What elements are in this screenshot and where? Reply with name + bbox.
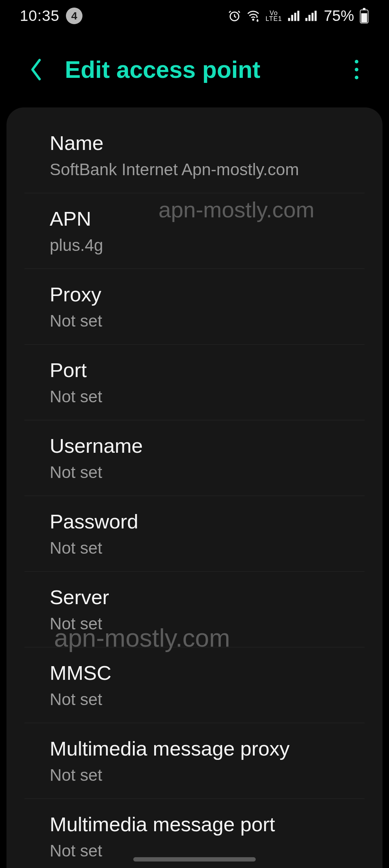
svg-rect-3 (363, 8, 365, 10)
signal-icon-2 (304, 10, 317, 22)
row-value: Not set (50, 387, 339, 406)
signal-icon-1 (287, 10, 299, 22)
svg-point-1 (253, 19, 254, 20)
status-left: 10:35 4 (20, 7, 82, 25)
chevron-left-icon (29, 58, 43, 81)
row-value: Not set (50, 765, 339, 785)
page-title: Edit access point (65, 56, 328, 83)
more-vert-icon (355, 60, 358, 79)
row-value: Not set (50, 311, 339, 331)
gesture-nav-bar[interactable] (133, 857, 256, 862)
apn-row-mmsc[interactable]: MMSC Not set (24, 647, 365, 723)
overflow-menu-button[interactable] (346, 59, 367, 80)
row-value: Not set (50, 538, 339, 558)
settings-card: Name SoftBank Internet Apn-mostly.com AP… (6, 107, 383, 868)
status-time: 10:35 (20, 7, 59, 25)
volte-icon: Vo LTE1 (265, 10, 282, 22)
row-label: Multimedia message proxy (50, 737, 339, 760)
apn-row-name[interactable]: Name SoftBank Internet Apn-mostly.com (24, 115, 365, 193)
status-bar: 10:35 4 Vo LTE1 75% (0, 0, 389, 32)
row-label: Server (50, 585, 339, 609)
row-value: Not set (50, 690, 339, 709)
apn-row-password[interactable]: Password Not set (24, 496, 365, 572)
row-label: APN (50, 207, 339, 230)
apn-row-port[interactable]: Port Not set (24, 345, 365, 420)
row-label: MMSC (50, 661, 339, 685)
row-label: Username (50, 434, 339, 457)
wifi-icon (246, 9, 260, 22)
row-label: Multimedia message port (50, 812, 339, 836)
row-label: Name (50, 131, 339, 155)
svg-rect-4 (361, 13, 367, 23)
status-right: Vo LTE1 75% (228, 7, 369, 25)
row-value: plus.4g (50, 235, 339, 255)
row-value: Not set (50, 614, 339, 633)
row-value: Not set (50, 462, 339, 482)
app-bar: Edit access point (0, 32, 389, 107)
row-value: SoftBank Internet Apn-mostly.com (50, 160, 339, 179)
alarm-icon (228, 9, 241, 22)
apn-row-username[interactable]: Username Not set (24, 420, 365, 496)
back-button[interactable] (25, 59, 47, 80)
row-label: Password (50, 510, 339, 533)
apn-row-apn[interactable]: APN plus.4g (24, 193, 365, 269)
apn-row-server[interactable]: Server Not set (24, 572, 365, 647)
row-label: Port (50, 358, 339, 382)
apn-row-mms-proxy[interactable]: Multimedia message proxy Not set (24, 723, 365, 799)
apn-row-proxy[interactable]: Proxy Not set (24, 269, 365, 345)
battery-percent: 75% (324, 7, 354, 25)
row-label: Proxy (50, 283, 339, 306)
notification-count-badge: 4 (66, 8, 82, 24)
battery-icon (359, 8, 369, 24)
